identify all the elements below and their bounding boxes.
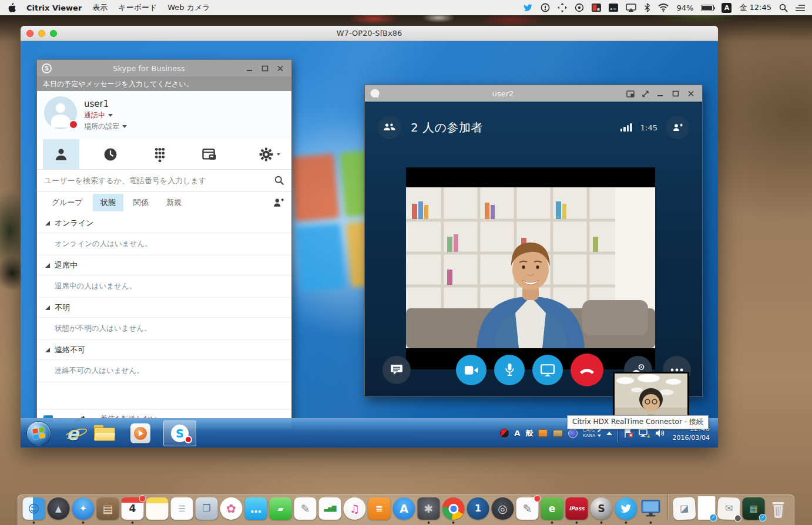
menu-keyboard[interactable]: キーボード	[118, 2, 157, 13]
tab-conversations[interactable]	[92, 139, 129, 169]
screenshare-menubar-icon[interactable]	[592, 4, 601, 12]
group-header-unknown[interactable]: 不明	[37, 298, 291, 318]
options-gear-button[interactable]	[254, 139, 286, 169]
airplay-menubar-icon[interactable]	[626, 4, 636, 12]
tab-meetings[interactable]	[191, 139, 227, 169]
filter-relationships[interactable]: 関係	[126, 194, 156, 211]
menubar-clock[interactable]: 金 12:45	[739, 2, 771, 13]
avatar[interactable]	[44, 96, 77, 129]
search-bar[interactable]	[37, 170, 291, 192]
facetime-dock-icon[interactable]: ▰	[270, 497, 292, 520]
contacts-dock-icon[interactable]: ▤	[97, 497, 119, 520]
reminders-dock-icon[interactable]: ☰	[171, 497, 193, 520]
help-tray-icon[interactable]	[568, 429, 578, 438]
ibooks-dock-icon[interactable]: ≣	[368, 497, 391, 520]
citrix-titlebar[interactable]: W7-OP20-SfBx86	[21, 26, 718, 41]
filter-new[interactable]: 新規	[159, 194, 189, 211]
im-chat-button[interactable]	[382, 356, 411, 384]
call-titlebar[interactable]: user2	[365, 85, 702, 102]
hangup-button[interactable]	[571, 354, 603, 386]
mute-button[interactable]	[494, 355, 525, 385]
menu-view[interactable]: 表示	[92, 2, 108, 13]
taskbar-media-player[interactable]	[130, 423, 150, 443]
notification-center-icon[interactable]	[796, 4, 805, 12]
tab-dialpad[interactable]	[142, 139, 178, 169]
invite-participant-button[interactable]	[666, 116, 689, 139]
window-manager-menubar-icon[interactable]	[558, 3, 567, 12]
radar-app-dock-icon[interactable]: ◎	[492, 497, 514, 520]
stack-image-dock-icon[interactable]: ◪	[673, 497, 696, 520]
chip-menubar-icon[interactable]	[609, 4, 618, 12]
messages-dock-icon[interactable]: …	[245, 497, 267, 520]
ime-language-indicator[interactable]: A	[514, 429, 520, 438]
fullscreen-button[interactable]	[642, 90, 649, 97]
citrix-viewer-dock-icon[interactable]	[640, 497, 662, 520]
filter-status[interactable]: 状態	[93, 194, 123, 211]
menu-webcamera[interactable]: Web カメラ	[167, 2, 210, 13]
participants-button[interactable]	[378, 116, 401, 139]
call-maximize-button[interactable]	[672, 90, 680, 97]
location-dropdown[interactable]: 場所の設定	[84, 122, 127, 132]
spotlight-icon[interactable]	[779, 4, 788, 12]
volume-tray-icon[interactable]	[655, 429, 665, 438]
group-header-online[interactable]: オンライン	[37, 213, 291, 233]
add-contact-button[interactable]	[273, 197, 284, 208]
popout-video-button[interactable]	[626, 90, 634, 97]
personal-note-bar[interactable]	[37, 76, 291, 91]
network-tray-icon[interactable]	[639, 429, 650, 438]
text-doc-dock-icon[interactable]: ✎	[294, 497, 317, 520]
taskbar-skype-for-business[interactable]: S	[163, 420, 196, 446]
ime-toolbar-icon[interactable]	[538, 429, 548, 437]
group-header-unavailable[interactable]: 連絡不可	[37, 340, 291, 360]
start-button[interactable]	[26, 421, 51, 446]
twitter-menubar-icon[interactable]	[523, 4, 533, 12]
taskbar-windows-explorer[interactable]	[94, 425, 115, 441]
numbers-dock-icon[interactable]: ▃▅▇	[319, 497, 341, 520]
hdx-tray-icon[interactable]	[500, 429, 509, 438]
safari-dock-icon[interactable]: ✦	[72, 497, 95, 520]
itunes-dock-icon[interactable]: ♫	[344, 497, 366, 520]
skype-maximize-button[interactable]	[261, 65, 269, 72]
skype-close-button[interactable]	[277, 65, 284, 72]
onepassword-dock-icon[interactable]: 1	[467, 497, 489, 520]
target-menubar-icon[interactable]	[575, 3, 584, 12]
toolbox-tray-icon[interactable]	[553, 430, 563, 437]
ime-mode-indicator[interactable]: 般	[525, 428, 533, 439]
present-button[interactable]	[532, 355, 563, 385]
show-hidden-icons-button[interactable]	[606, 432, 612, 435]
stack-mail-dock-icon[interactable]: ✉	[717, 497, 740, 520]
twitter-dock-icon[interactable]	[615, 497, 637, 520]
stack-document-dock-icon[interactable]	[698, 496, 716, 520]
chrome-dock-icon[interactable]	[442, 497, 465, 520]
photos-dock-icon[interactable]: ✿	[220, 497, 243, 520]
video-button[interactable]	[456, 355, 486, 385]
input-source-icon[interactable]: A	[722, 3, 732, 13]
bluetooth-menubar-icon[interactable]	[644, 3, 650, 12]
group-header-away[interactable]: 退席中	[37, 255, 291, 275]
system-preferences-dock-icon[interactable]: ✱	[418, 497, 440, 520]
app-window-dock-icon[interactable]: ❐	[196, 497, 218, 520]
ipass-dock-icon[interactable]: iPass	[566, 497, 588, 520]
skitch-dock-icon[interactable]: S	[590, 497, 613, 520]
menubar-app-name[interactable]: Citrix Viewer	[26, 4, 82, 12]
status-dropdown[interactable]: 通話中	[84, 110, 127, 120]
skype-minimize-button[interactable]	[246, 65, 254, 72]
skype-titlebar[interactable]: S Skype for Business	[37, 60, 291, 76]
taskbar-internet-explorer[interactable]: e	[66, 423, 79, 444]
action-center-icon[interactable]	[623, 428, 633, 438]
call-close-button[interactable]	[687, 90, 695, 97]
trash-dock-icon[interactable]	[767, 497, 790, 520]
onepassword-menubar-icon[interactable]	[541, 3, 550, 12]
filter-groups[interactable]: グループ	[44, 194, 90, 211]
app-store-dock-icon[interactable]: A	[393, 497, 415, 520]
calendar-dock-icon[interactable]: 4	[122, 497, 144, 520]
evernote-dock-icon[interactable]: e	[541, 497, 563, 520]
call-minimize-button[interactable]	[657, 90, 665, 97]
doc-pen-dock-icon[interactable]: ✎	[516, 497, 539, 520]
notes-dock-icon[interactable]	[146, 497, 169, 520]
personal-note-input[interactable]	[43, 80, 286, 88]
wifi-menubar-icon[interactable]	[658, 4, 669, 12]
search-input[interactable]	[44, 176, 274, 185]
stack-green-dock-icon[interactable]: ▦	[743, 497, 765, 520]
apple-menu-icon[interactable]	[7, 3, 16, 13]
